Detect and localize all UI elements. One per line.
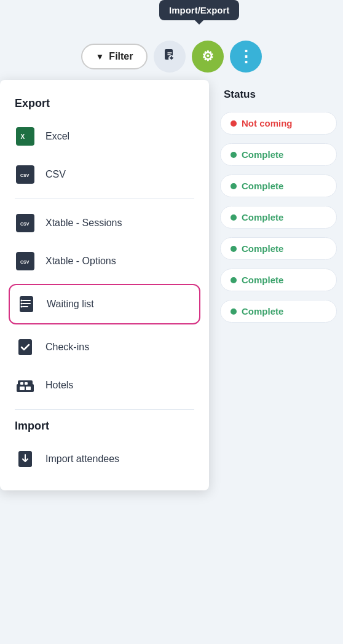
excel-label: Excel	[45, 131, 69, 142]
toolbar: Import/Export ▼ Filter ⚙ ⋮	[0, 0, 343, 80]
svg-rect-17	[18, 339, 32, 355]
complete-label-6: Complete	[242, 306, 283, 316]
status-badge-complete-4: Complete	[220, 237, 337, 260]
xtable-sessions-icon: CSV	[15, 213, 36, 234]
csv-icon: CSV	[15, 164, 36, 185]
menu-item-csv[interactable]: CSV CSV	[0, 155, 209, 194]
xtable-sessions-label: Xtable - Sessions	[45, 218, 122, 229]
menu-divider-1	[15, 198, 194, 199]
status-column: Status Not coming Complete Complete Comp…	[214, 80, 343, 331]
tooltip-label: Import/Export	[169, 5, 229, 15]
svg-point-15	[21, 303, 23, 305]
not-coming-dot	[231, 120, 237, 127]
complete-label-2: Complete	[242, 181, 283, 191]
complete-dot-2	[231, 183, 237, 189]
more-icon: ⋮	[238, 49, 254, 65]
svg-text:X: X	[21, 133, 25, 140]
hotels-label: Hotels	[45, 380, 73, 391]
more-button[interactable]: ⋮	[230, 41, 262, 73]
svg-text:CSV: CSV	[20, 260, 30, 264]
status-header: Status	[214, 80, 343, 112]
complete-dot-6	[231, 308, 237, 315]
menu-item-waiting-list[interactable]: Waiting list	[9, 284, 200, 324]
settings-button[interactable]: ⚙	[192, 41, 224, 73]
hotels-icon	[15, 375, 36, 396]
svg-rect-11	[22, 300, 31, 301]
menu-item-import-attendees[interactable]: Import attendees	[0, 440, 209, 478]
waiting-list-icon	[16, 294, 37, 315]
import-export-button[interactable]	[154, 41, 186, 73]
filter-button[interactable]: ▼ Filter	[81, 44, 148, 69]
main-content: Export X Excel CSV	[0, 80, 343, 644]
gear-icon: ⚙	[202, 49, 214, 65]
svg-text:CSV: CSV	[20, 173, 30, 178]
svg-point-14	[21, 300, 23, 302]
menu-divider-2	[15, 409, 194, 410]
xtable-options-label: Xtable - Options	[45, 256, 116, 267]
check-ins-icon	[15, 337, 36, 358]
import-attendees-label: Import attendees	[45, 454, 119, 465]
check-ins-label: Check-ins	[45, 342, 89, 353]
import-section-title: Import	[0, 415, 209, 440]
svg-point-16	[21, 306, 23, 308]
status-badge-complete-3: Complete	[220, 206, 337, 229]
complete-dot-4	[231, 246, 237, 252]
svg-rect-23	[25, 382, 28, 385]
csv-label: CSV	[45, 169, 66, 180]
download-icon	[162, 48, 177, 66]
svg-rect-22	[20, 382, 23, 385]
complete-dot-3	[231, 214, 237, 221]
menu-item-xtable-options[interactable]: CSV Xtable - Options	[0, 242, 209, 280]
svg-rect-12	[22, 303, 31, 304]
complete-dot-1	[231, 152, 237, 158]
status-badge-complete-6: Complete	[220, 300, 337, 323]
status-badge-not-coming: Not coming	[220, 112, 337, 135]
export-section-title: Export	[0, 92, 209, 117]
xtable-options-icon: CSV	[15, 251, 36, 272]
menu-item-check-ins[interactable]: Check-ins	[0, 328, 209, 366]
status-badge-complete-5: Complete	[220, 269, 337, 291]
svg-rect-21	[26, 387, 31, 390]
not-coming-label: Not coming	[242, 118, 293, 128]
complete-label-5: Complete	[242, 275, 283, 285]
complete-label-4: Complete	[242, 243, 283, 254]
filter-label: Filter	[109, 51, 133, 62]
dropdown-menu: Export X Excel CSV	[0, 80, 209, 490]
svg-rect-20	[20, 387, 25, 390]
import-export-tooltip: Import/Export	[159, 0, 239, 20]
svg-rect-13	[22, 306, 28, 307]
status-badge-complete-2: Complete	[220, 175, 337, 197]
menu-item-xtable-sessions[interactable]: CSV Xtable - Sessions	[0, 204, 209, 242]
excel-icon: X	[15, 126, 36, 147]
svg-text:CSV: CSV	[20, 222, 30, 226]
import-attendees-icon	[15, 449, 36, 469]
complete-label-1: Complete	[242, 149, 283, 160]
status-badge-complete-1: Complete	[220, 143, 337, 166]
filter-icon: ▼	[96, 52, 104, 61]
menu-item-hotels[interactable]: Hotels	[0, 366, 209, 404]
waiting-list-label: Waiting list	[47, 299, 94, 310]
complete-label-3: Complete	[242, 212, 283, 222]
complete-dot-5	[231, 277, 237, 283]
menu-item-excel[interactable]: X Excel	[0, 117, 209, 155]
